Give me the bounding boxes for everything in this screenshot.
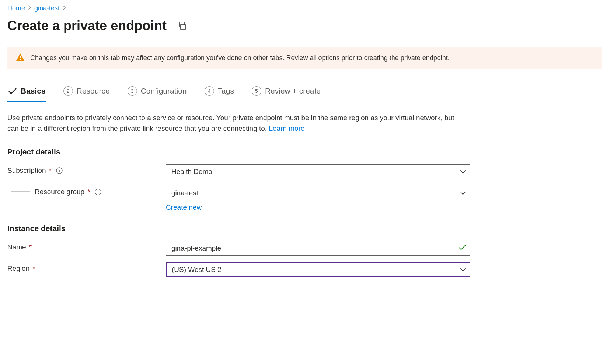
required-indicator: * [29,243,32,251]
name-label: Name * [7,241,166,251]
svg-rect-8 [98,191,98,193]
breadcrumb-link-resource[interactable]: gina-test [34,4,60,12]
required-indicator: * [49,167,52,175]
breadcrumb: Home gina-test [7,3,603,16]
tab-resource[interactable]: 2 Resource [63,83,111,102]
feedback-icon[interactable] [177,20,188,31]
step-indicator: 2 [63,86,73,96]
region-select[interactable]: (US) West US 2 [166,262,470,277]
intro-text: Use private endpoints to privately conne… [7,112,464,134]
warning-icon [16,53,24,63]
step-indicator: 5 [252,86,261,96]
tab-review-create[interactable]: 5 Review + create [251,83,321,102]
step-indicator: 3 [128,86,137,96]
page-title: Create a private endpoint [7,18,167,34]
chevron-right-icon [28,5,31,12]
tab-configuration[interactable]: 3 Configuration [127,83,188,102]
warning-text: Changes you make on this tab may affect … [30,54,450,62]
tab-tags[interactable]: 4 Tags [204,83,235,102]
step-indicator: 4 [205,86,214,96]
required-indicator: * [32,265,35,273]
tree-connector [11,172,30,192]
svg-rect-2 [20,56,21,58]
info-icon[interactable] [95,189,101,195]
tab-label: Configuration [141,87,187,95]
svg-rect-9 [98,190,98,191]
tab-label: Review + create [265,87,321,95]
section-heading-project: Project details [7,147,603,156]
tab-label: Tags [218,87,234,95]
tab-label: Basics [21,87,46,95]
tab-label: Resource [77,87,110,95]
region-label: Region * [7,262,166,273]
wizard-tabs: Basics 2 Resource 3 Configuration 4 Tags… [7,83,603,103]
subscription-label: Subscription * [7,164,166,175]
breadcrumb-link-home[interactable]: Home [7,4,25,12]
create-new-link[interactable]: Create new [166,203,202,211]
tab-basics[interactable]: Basics [7,84,46,102]
resource-group-select[interactable]: gina-test [166,186,470,200]
subscription-select[interactable]: Health Demo [166,164,470,179]
section-heading-instance: Instance details [7,224,603,233]
resource-group-label: Resource group * [7,186,166,196]
svg-rect-1 [181,25,185,29]
info-icon[interactable] [56,167,63,174]
svg-rect-3 [20,59,21,60]
check-icon [8,87,17,95]
required-indicator: * [87,188,90,196]
name-input[interactable] [166,241,470,256]
svg-rect-6 [59,169,60,169]
warning-banner: Changes you make on this tab may affect … [7,47,602,69]
learn-more-link[interactable]: Learn more [269,125,304,132]
svg-rect-5 [59,170,60,172]
chevron-right-icon [63,5,66,12]
